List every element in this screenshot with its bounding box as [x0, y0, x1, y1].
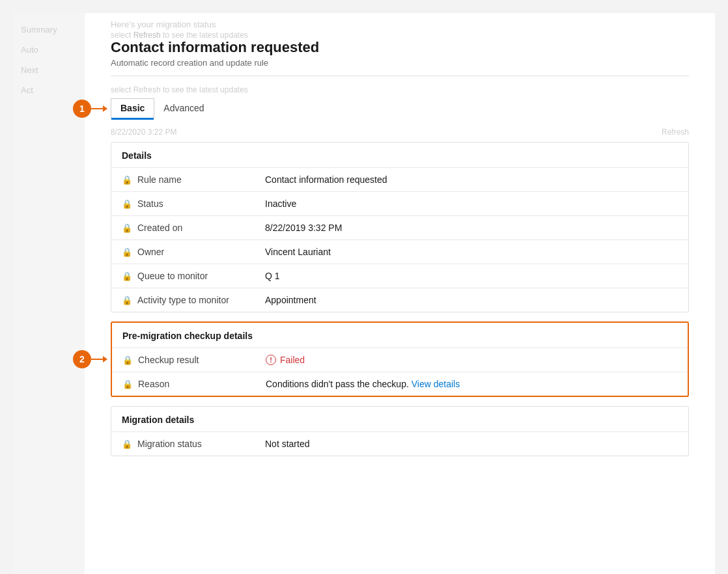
- field-value-owner: Vincent Lauriant: [265, 247, 678, 257]
- field-row-status: 🔒 Status Inactive: [111, 191, 688, 215]
- tab-basic[interactable]: Basic: [111, 98, 154, 118]
- field-label-text-reason: Reason: [138, 379, 169, 389]
- annotation-2-arrow: [91, 359, 107, 360]
- field-label-rule-name: 🔒 Rule name: [122, 174, 265, 185]
- failed-text: Failed: [280, 355, 305, 365]
- field-row-rule-name: 🔒 Rule name Contact information requeste…: [111, 167, 688, 191]
- sidebar-item-act: Act: [13, 80, 85, 100]
- lock-icon-status: 🔒: [122, 199, 132, 209]
- field-value-activity-type: Appointment: [265, 295, 678, 305]
- sidebar-item-summary: Summary: [13, 20, 85, 40]
- field-value-status: Inactive: [265, 198, 678, 209]
- premigration-section: Pre-migration checkup details 🔒 Checkup …: [111, 321, 689, 397]
- annotation-1-group: 1: [73, 100, 107, 118]
- field-label-text-status: Status: [137, 198, 163, 209]
- field-value-rule-name: Contact information requested: [265, 174, 678, 185]
- annotation-2-group: 2: [73, 350, 107, 368]
- view-details-link[interactable]: View details: [412, 379, 460, 389]
- field-label-text-queue: Queue to monitor: [137, 271, 208, 281]
- field-label-activity-type: 🔒 Activity type to monitor: [122, 295, 265, 305]
- sidebar-item-next: Next: [13, 60, 85, 80]
- faded-timestamp-right: Refresh: [662, 128, 689, 137]
- field-label-owner: 🔒 Owner: [122, 247, 265, 257]
- tab-advanced[interactable]: Advanced: [154, 99, 213, 118]
- annotation-1-arrow: [91, 108, 107, 109]
- info-icon-failed: !: [266, 355, 276, 365]
- main-content: Here's your migration status select Refr…: [85, 13, 715, 574]
- field-row-created-on: 🔒 Created on 8/22/2019 3:32 PM: [111, 215, 688, 239]
- annotation-1-circle: 1: [73, 100, 91, 118]
- field-value-queue: Q 1: [265, 271, 678, 281]
- tabs-container: Basic Advanced: [111, 98, 214, 118]
- lock-icon-queue: 🔒: [122, 271, 132, 281]
- field-row-activity-type: 🔒 Activity type to monitor Appointment: [111, 288, 688, 312]
- sidebar-item-auto: Auto: [13, 40, 85, 60]
- lock-icon-created-on: 🔒: [122, 223, 132, 233]
- lock-icon-owner: 🔒: [122, 247, 132, 257]
- field-row-queue: 🔒 Queue to monitor Q 1: [111, 264, 688, 288]
- page-subtitle: Automatic record creation and update rul…: [111, 58, 689, 68]
- arrow-head-2: [103, 356, 107, 362]
- field-value-reason: Conditions didn't pass the checkup. View…: [266, 379, 677, 389]
- page-wrapper: Summary Auto Next Act Here's your migrat…: [13, 13, 715, 574]
- header-divider: [111, 75, 689, 76]
- lock-icon-rule-name: 🔒: [122, 175, 132, 185]
- field-label-text-owner: Owner: [137, 247, 164, 257]
- arrow-head-1: [103, 105, 107, 112]
- field-value-created-on: 8/22/2019 3:32 PM: [265, 223, 678, 233]
- field-label-created-on: 🔒 Created on: [122, 223, 265, 233]
- field-label-status: 🔒 Status: [122, 198, 265, 209]
- lock-icon-migration-status: 🔒: [122, 439, 132, 449]
- field-row-reason: 🔒 Reason Conditions didn't pass the chec…: [112, 372, 688, 396]
- details-title: Details: [111, 143, 688, 167]
- field-label-text-created-on: Created on: [137, 223, 182, 233]
- field-label-text-checkup: Checkup result: [138, 355, 199, 365]
- field-label-migration-status: 🔒 Migration status: [122, 439, 265, 449]
- field-label-reason: 🔒 Reason: [122, 379, 266, 389]
- premigration-title: Pre-migration checkup details: [112, 323, 688, 348]
- left-sidebar: Summary Auto Next Act: [13, 13, 85, 574]
- page-header: Contact information requested Automatic …: [111, 26, 689, 68]
- field-row-checkup-result: 🔒 Checkup result ! Failed: [112, 348, 688, 372]
- faded-timestamp-left: 8/22/2020 3:22 PM: [111, 128, 176, 137]
- field-row-owner: 🔒 Owner Vincent Lauriant: [111, 239, 688, 264]
- field-value-checkup: ! Failed: [266, 355, 677, 365]
- reason-text: Conditions didn't pass the checkup.: [266, 379, 409, 389]
- tabs-row: 1 Basic Advanced: [111, 98, 689, 118]
- field-label-queue: 🔒 Queue to monitor: [122, 271, 265, 281]
- lock-icon-reason: 🔒: [122, 379, 133, 389]
- field-value-migration-status: Not started: [265, 439, 678, 449]
- migration-title: Migration details: [111, 407, 688, 431]
- lock-icon-checkup: 🔒: [122, 355, 133, 365]
- faded-timestamp-row: 8/22/2020 3:22 PM Refresh: [111, 126, 689, 142]
- field-label-checkup-result: 🔒 Checkup result: [122, 355, 266, 365]
- field-row-migration-status: 🔒 Migration status Not started: [111, 431, 688, 456]
- field-label-text-migration-status: Migration status: [137, 439, 202, 449]
- faded-hint: select Refresh to see the latest updates: [111, 84, 689, 98]
- details-section: Details 🔒 Rule name Contact information …: [111, 142, 689, 312]
- field-label-text-activity-type: Activity type to monitor: [137, 295, 229, 305]
- field-label-text-rule-name: Rule name: [137, 174, 182, 185]
- premigration-wrapper: 2 Pre-migration checkup details 🔒 Checku…: [111, 321, 689, 397]
- migration-section: Migration details 🔒 Migration status Not…: [111, 406, 689, 456]
- foreground-content: Contact information requested Automatic …: [111, 26, 689, 456]
- lock-icon-activity-type: 🔒: [122, 295, 132, 305]
- annotation-2-circle: 2: [73, 350, 91, 368]
- page-title: Contact information requested: [111, 39, 689, 56]
